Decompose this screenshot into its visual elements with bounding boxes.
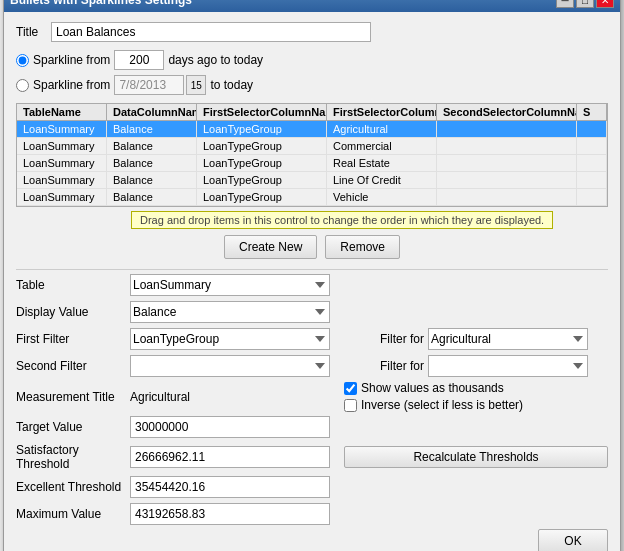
cell-second-sel <box>437 121 577 137</box>
days-suffix: days ago to today <box>168 53 263 67</box>
ok-row: OK <box>16 529 608 551</box>
grid-body: LoanSummary Balance LoanTypeGroup Agricu… <box>17 121 607 206</box>
inverse-row: Inverse (select if less is better) <box>344 398 608 412</box>
satisfactory-input[interactable] <box>130 446 330 468</box>
title-label: Title <box>16 25 51 39</box>
target-value-input[interactable] <box>130 416 330 438</box>
sparkline-label-2: Sparkline from <box>33 78 110 92</box>
cell-first-sel: LoanTypeGroup <box>197 155 327 171</box>
cell-s <box>577 138 607 154</box>
filter-for-label-2: Filter for <box>334 359 424 373</box>
col-header-data: DataColumnName <box>107 104 197 120</box>
cell-second-sel <box>437 138 577 154</box>
table-row[interactable]: LoanSummary Balance LoanTypeGroup Vehicl… <box>17 189 607 206</box>
first-filter-label: First Filter <box>16 332 126 346</box>
cell-data: Balance <box>107 138 197 154</box>
cell-first-sel: LoanTypeGroup <box>197 138 327 154</box>
maximize-button[interactable]: □ <box>576 0 594 8</box>
cell-s <box>577 121 607 137</box>
calendar-button[interactable]: 15 <box>186 75 206 95</box>
inverse-label: Inverse (select if less is better) <box>361 398 523 412</box>
data-grid: TableName DataColumnName FirstSelectorCo… <box>16 103 608 207</box>
display-value-select[interactable]: Balance <box>130 301 330 323</box>
cell-table: LoanSummary <box>17 155 107 171</box>
grid-header: TableName DataColumnName FirstSelectorCo… <box>17 104 607 121</box>
cell-table: LoanSummary <box>17 121 107 137</box>
cell-data: Balance <box>107 172 197 188</box>
cell-first-val: Commercial <box>327 138 437 154</box>
table-row[interactable]: LoanSummary Balance LoanTypeGroup Line O… <box>17 172 607 189</box>
table-label: Table <box>16 278 126 292</box>
ok-button[interactable]: OK <box>538 529 608 551</box>
to-today-label: to today <box>210 78 253 92</box>
table-row[interactable]: LoanSummary Balance LoanTypeGroup Agricu… <box>17 121 607 138</box>
display-value-label: Display Value <box>16 305 126 319</box>
cell-first-val: Vehicle <box>327 189 437 205</box>
cell-table: LoanSummary <box>17 172 107 188</box>
measurement-title-value: Agricultural <box>130 390 330 404</box>
col-header-s: S <box>577 104 607 120</box>
col-header-first-sel: FirstSelectorColumnName <box>197 104 327 120</box>
cell-first-val: Agricultural <box>327 121 437 137</box>
show-thousands-label: Show values as thousands <box>361 381 504 395</box>
action-buttons: Create New Remove <box>16 235 608 259</box>
excellent-label: Excellent Threshold <box>16 480 126 494</box>
title-bar: Bullets with Sparklines Settings ─ □ ✕ <box>4 0 620 12</box>
target-value-label: Target Value <box>16 420 126 434</box>
show-thousands-checkbox[interactable] <box>344 382 357 395</box>
sparkline-radio-2[interactable] <box>16 79 29 92</box>
sparkline-radio-1[interactable] <box>16 54 29 67</box>
dialog-content: Title Sparkline from days ago to today S… <box>4 12 620 551</box>
second-filter-select[interactable] <box>130 355 330 377</box>
measurement-title-label: Measurement Title <box>16 390 126 404</box>
cell-s <box>577 189 607 205</box>
table-row[interactable]: LoanSummary Balance LoanTypeGroup Real E… <box>17 155 607 172</box>
second-filter-label: Second Filter <box>16 359 126 373</box>
filter-for-label-1: Filter for <box>334 332 424 346</box>
table-select[interactable]: LoanSummary <box>130 274 330 296</box>
cell-s <box>577 172 607 188</box>
date-input[interactable] <box>114 75 184 95</box>
create-new-button[interactable]: Create New <box>224 235 317 259</box>
close-button[interactable]: ✕ <box>596 0 614 8</box>
col-header-table: TableName <box>17 104 107 120</box>
sparkline-radio-row-2: Sparkline from 15 to today <box>16 75 608 95</box>
cell-first-val: Line Of Credit <box>327 172 437 188</box>
first-filter-select[interactable]: LoanTypeGroup <box>130 328 330 350</box>
main-window: Bullets with Sparklines Settings ─ □ ✕ T… <box>3 0 621 551</box>
cell-first-sel: LoanTypeGroup <box>197 172 327 188</box>
col-header-second-sel: SecondSelectorColumnName <box>437 104 577 120</box>
table-row[interactable]: LoanSummary Balance LoanTypeGroup Commer… <box>17 138 607 155</box>
cell-data: Balance <box>107 189 197 205</box>
recalculate-button[interactable]: Recalculate Thresholds <box>344 446 608 468</box>
excellent-input[interactable] <box>130 476 330 498</box>
cell-second-sel <box>437 155 577 171</box>
show-thousands-row: Show values as thousands <box>344 381 608 395</box>
cell-table: LoanSummary <box>17 138 107 154</box>
cell-s <box>577 155 607 171</box>
inverse-checkbox[interactable] <box>344 399 357 412</box>
window-controls: ─ □ ✕ <box>556 0 614 8</box>
cell-table: LoanSummary <box>17 189 107 205</box>
filter-for-select-2[interactable] <box>428 355 588 377</box>
title-input[interactable] <box>51 22 371 42</box>
cell-second-sel <box>437 172 577 188</box>
days-input[interactable] <box>114 50 164 70</box>
satisfactory-label: Satisfactory Threshold <box>16 443 126 471</box>
cell-second-sel <box>437 189 577 205</box>
maximum-input[interactable] <box>130 503 330 525</box>
minimize-button[interactable]: ─ <box>556 0 574 8</box>
window-title: Bullets with Sparklines Settings <box>10 0 192 7</box>
cell-first-sel: LoanTypeGroup <box>197 189 327 205</box>
cell-data: Balance <box>107 155 197 171</box>
sparkline-radio-row-1: Sparkline from days ago to today <box>16 50 608 70</box>
drag-hint: Drag and drop items in this control to c… <box>131 211 553 229</box>
cell-first-sel: LoanTypeGroup <box>197 121 327 137</box>
cell-first-val: Real Estate <box>327 155 437 171</box>
maximum-label: Maximum Value <box>16 507 126 521</box>
filter-for-select-1[interactable]: Agricultural <box>428 328 588 350</box>
remove-button[interactable]: Remove <box>325 235 400 259</box>
col-header-first-val: FirstSelectorColumnValue <box>327 104 437 120</box>
sparkline-label-1: Sparkline from <box>33 53 110 67</box>
cell-data: Balance <box>107 121 197 137</box>
